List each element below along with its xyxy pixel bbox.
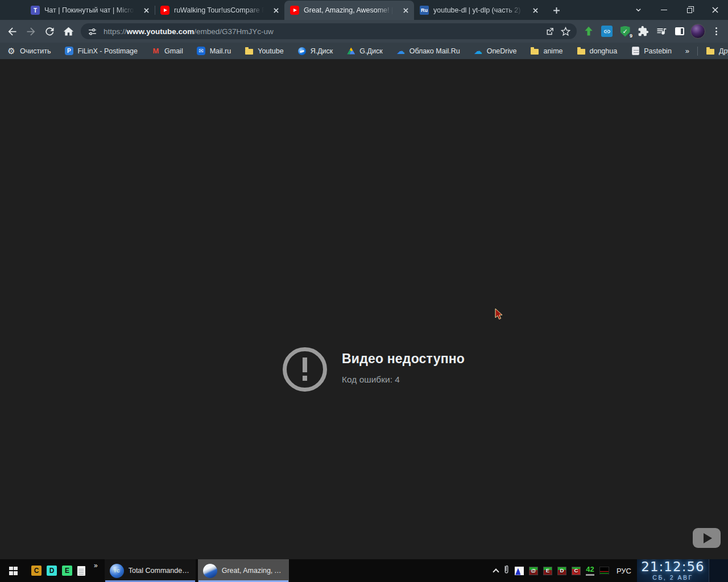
hidden-icons-chevron[interactable] bbox=[493, 568, 499, 575]
other-bookmarks-folder[interactable]: Другие закладки bbox=[706, 47, 728, 56]
window-controls bbox=[626, 0, 728, 20]
system-tray: @ E D C 42 РУС bbox=[494, 559, 637, 582]
site-info-icon[interactable] bbox=[88, 27, 97, 36]
tab-youtube-dl[interactable]: Ru youtube-dl | yt-dlp (часть 2) - [1 bbox=[414, 1, 544, 20]
mouse-cursor bbox=[495, 308, 504, 322]
gear-icon bbox=[7, 47, 16, 56]
back-button[interactable] bbox=[3, 23, 21, 40]
app-label: Great, Amazing, A... bbox=[222, 567, 284, 575]
folder-icon bbox=[577, 49, 585, 55]
browser-icon bbox=[203, 564, 217, 578]
bookmark-label: donghua bbox=[590, 47, 618, 55]
error-code: Код ошибки: 4 bbox=[342, 375, 465, 385]
bookmark-label: Облако Mail.Ru bbox=[410, 47, 460, 55]
bookmark-folder-youtube[interactable]: Youtube bbox=[245, 47, 283, 56]
share-icon[interactable] bbox=[541, 23, 557, 39]
windows-logo-icon bbox=[9, 567, 18, 575]
onedrive-icon bbox=[474, 47, 483, 56]
bookmarks-divider bbox=[697, 47, 698, 56]
paperclip-tray-icon[interactable] bbox=[503, 564, 510, 577]
tray-monitor-at[interactable]: @ bbox=[529, 567, 538, 575]
new-tab-button[interactable] bbox=[548, 2, 564, 18]
close-button[interactable] bbox=[702, 0, 728, 20]
tab-teams-chat[interactable]: T Чат | Покинутый чат | Microsoft bbox=[25, 1, 155, 20]
quick-launch-drive-c[interactable]: C bbox=[31, 566, 42, 576]
gmail-icon bbox=[151, 47, 160, 56]
bookmark-gmail[interactable]: Gmail bbox=[151, 47, 183, 56]
bookmark-star-icon[interactable] bbox=[557, 23, 573, 39]
tab-close-icon[interactable] bbox=[142, 6, 151, 15]
bookmark-label: Pastebin bbox=[644, 47, 672, 55]
bookmark-mailru[interactable]: Mail.ru bbox=[197, 47, 231, 56]
menu-dots-icon[interactable] bbox=[708, 23, 725, 40]
bookmark-onedrive[interactable]: OneDrive bbox=[474, 47, 517, 56]
taskbar-app-browser-active[interactable]: Great, Amazing, A... bbox=[198, 559, 289, 582]
browser-toolbar: https://www.youtube.com/embed/G37HmJYc-u… bbox=[0, 20, 728, 43]
network-graph-tray-icon[interactable] bbox=[515, 567, 524, 575]
bookmark-oblako-mailru[interactable]: Облако Mail.Ru bbox=[396, 47, 460, 56]
taskbar-clock[interactable]: 21:12:56 СБ, 2 АВГ bbox=[637, 559, 709, 582]
savefrom-extension-icon[interactable] bbox=[580, 23, 597, 40]
restore-button[interactable] bbox=[677, 0, 702, 20]
tray-monitor-c[interactable]: C bbox=[572, 567, 581, 575]
bookmark-pastebin[interactable]: Pastebin bbox=[631, 47, 672, 56]
playlist-queue-icon[interactable] bbox=[653, 23, 670, 40]
folder-icon bbox=[245, 49, 253, 55]
address-bar[interactable]: https://www.youtube.com/embed/G37HmJYc-u… bbox=[81, 23, 577, 39]
quick-launch-drive-d[interactable]: D bbox=[47, 566, 57, 576]
tab-bar: T Чат | Покинутый чат | Microsoft ruWalk… bbox=[0, 0, 728, 20]
profile-avatar[interactable] bbox=[689, 23, 706, 40]
network-traffic-tray-icon[interactable] bbox=[599, 567, 609, 575]
error-exclamation-icon bbox=[283, 347, 327, 392]
youtube-icon bbox=[290, 6, 299, 15]
bookmark-label: Mail.ru bbox=[210, 47, 231, 55]
bookmark-folder-donghua[interactable]: donghua bbox=[577, 47, 618, 56]
tab-close-icon[interactable] bbox=[401, 6, 411, 15]
tray-monitor-d[interactable]: D bbox=[557, 567, 566, 575]
tab-search-chevron-icon[interactable] bbox=[626, 0, 651, 20]
tray-counter[interactable]: 42 bbox=[586, 566, 594, 576]
counter-bar bbox=[586, 574, 594, 576]
forward-button[interactable] bbox=[22, 23, 40, 40]
minimize-button[interactable] bbox=[651, 0, 677, 20]
bookmark-gdisk[interactable]: G.Диск bbox=[346, 47, 382, 56]
notes-document-icon[interactable] bbox=[77, 566, 85, 576]
bookmark-label: G.Диск bbox=[359, 47, 382, 55]
tab-close-icon[interactable] bbox=[531, 6, 540, 15]
youtube-logo-watermark[interactable] bbox=[693, 528, 721, 548]
yandex-disk-icon bbox=[298, 47, 306, 55]
link-extension-icon[interactable] bbox=[598, 23, 615, 40]
quick-launch-overflow[interactable]: » bbox=[94, 562, 98, 569]
bookmark-yadisk[interactable]: Я.Диск bbox=[297, 47, 333, 56]
home-button[interactable] bbox=[60, 23, 77, 40]
teams-icon: T bbox=[31, 6, 40, 15]
start-button[interactable] bbox=[0, 559, 27, 582]
tab-title: Чат | Покинутый чат | Microsoft bbox=[44, 6, 137, 14]
taskbar-app-total-commander[interactable]: TC Total Commander ... bbox=[105, 559, 196, 582]
side-panel-icon[interactable] bbox=[671, 23, 688, 40]
url-text[interactable]: https://www.youtube.com/embed/G37HmJYc-u… bbox=[104, 27, 541, 36]
rutracker-icon: Ru bbox=[420, 6, 429, 15]
bookmark-folder-anime[interactable]: anime bbox=[530, 47, 562, 56]
bookmark-label: Очистить bbox=[20, 47, 51, 55]
counter-value: 42 bbox=[586, 566, 594, 573]
tab-great-amazing-active[interactable]: Great, Amazing, Awesome! | MO bbox=[284, 1, 414, 20]
quick-launch-drive-e[interactable]: E bbox=[62, 566, 72, 576]
tab-close-icon[interactable] bbox=[271, 6, 281, 15]
language-indicator[interactable]: РУС bbox=[617, 567, 631, 575]
extension-badge: 9 bbox=[630, 33, 632, 39]
bookmark-filinx-postimage[interactable]: FiLinX - Postimage bbox=[64, 47, 138, 56]
extensions-puzzle-icon[interactable] bbox=[635, 23, 652, 40]
other-bookmarks-label: Другие закладки bbox=[719, 47, 728, 55]
bookmark-ochistit[interactable]: Очистить bbox=[7, 47, 51, 56]
adguard-shield-extension-icon[interactable]: ✓ 9 bbox=[617, 23, 634, 40]
reload-button[interactable] bbox=[41, 23, 59, 40]
tab-title: ruWalking Tour!usCompare RUS bbox=[174, 6, 267, 14]
bookmarks-overflow-chevron[interactable]: » bbox=[685, 47, 689, 55]
tray-monitor-e[interactable]: E bbox=[543, 567, 552, 575]
tab-title: Great, Amazing, Awesome! | MO bbox=[304, 6, 396, 14]
show-desktop-button[interactable] bbox=[709, 559, 728, 582]
desktop: T Чат | Покинутый чат | Microsoft ruWalk… bbox=[0, 0, 728, 582]
postimage-icon bbox=[65, 47, 73, 55]
tab-walking-tour[interactable]: ruWalking Tour!usCompare RUS bbox=[155, 1, 284, 20]
